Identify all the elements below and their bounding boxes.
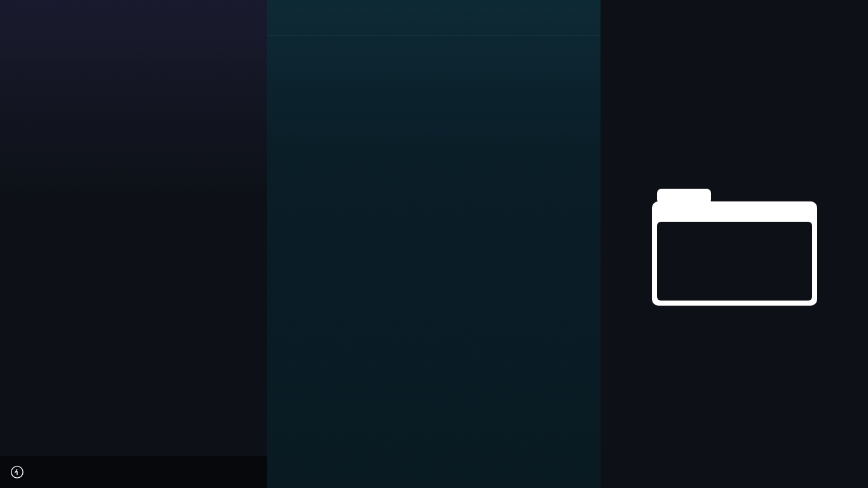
- right-panel: [600, 0, 868, 488]
- back-item[interactable]: [267, 0, 600, 36]
- folder-large-icon: [652, 177, 817, 311]
- options-icon: [10, 465, 24, 479]
- bottom-bar[interactable]: [0, 456, 267, 488]
- middle-panel: [267, 0, 600, 488]
- svg-rect-3: [657, 222, 812, 301]
- section-title: [0, 18, 267, 43]
- breadcrumb-area: [0, 0, 267, 18]
- left-panel: [0, 0, 267, 488]
- no-info-text: [0, 81, 267, 107]
